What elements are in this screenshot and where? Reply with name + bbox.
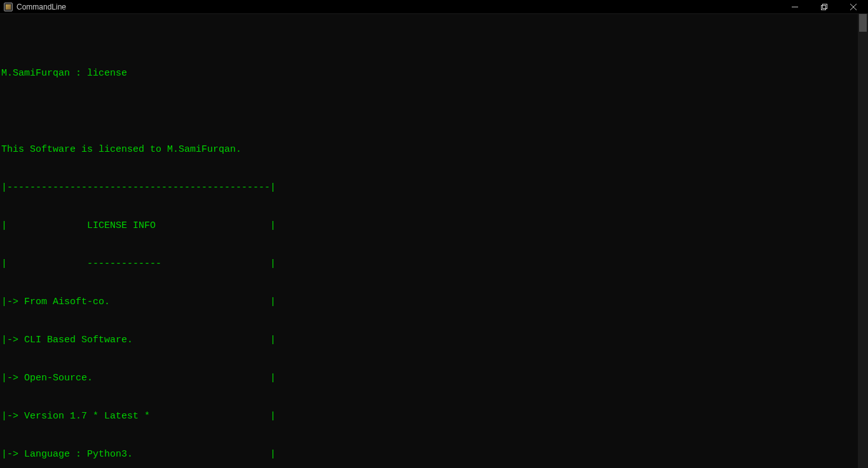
terminal-content: M.SamiFurqan : license This Software is …	[0, 42, 868, 468]
terminal-line: |---------------------------------------…	[1, 182, 868, 194]
terminal-body[interactable]: M.SamiFurqan : license This Software is …	[0, 14, 868, 468]
close-button[interactable]	[839, 0, 868, 13]
minimize-button[interactable]	[780, 0, 810, 13]
vertical-scrollbar[interactable]	[858, 14, 868, 468]
scrollbar-thumb[interactable]	[859, 14, 867, 32]
terminal-line: M.SamiFurqan : license	[1, 67, 868, 80]
terminal-line: | LICENSE INFO |	[1, 220, 868, 232]
terminal-line: |-> From Aisoft-co. |	[1, 296, 868, 309]
svg-rect-1	[822, 5, 826, 10]
terminal-line: |-> CLI Based Software. |	[1, 334, 868, 347]
terminal-line: |-> Language : Python3. |	[1, 448, 868, 461]
maximize-button[interactable]	[810, 0, 839, 13]
terminal-line: |-> Version 1.7 * Latest * |	[1, 410, 868, 423]
app-icon	[4, 3, 13, 11]
window-title: CommandLine	[17, 3, 66, 11]
window-controls	[780, 0, 868, 13]
titlebar-left: CommandLine	[4, 3, 66, 11]
window-titlebar: CommandLine	[0, 0, 868, 14]
terminal-line: | ------------- |	[1, 258, 868, 271]
terminal-line: |-> Open-Source. |	[1, 372, 868, 385]
terminal-line	[1, 105, 868, 118]
terminal-line: This Software is licensed to M.SamiFurqa…	[1, 144, 868, 156]
svg-rect-2	[823, 4, 827, 8]
